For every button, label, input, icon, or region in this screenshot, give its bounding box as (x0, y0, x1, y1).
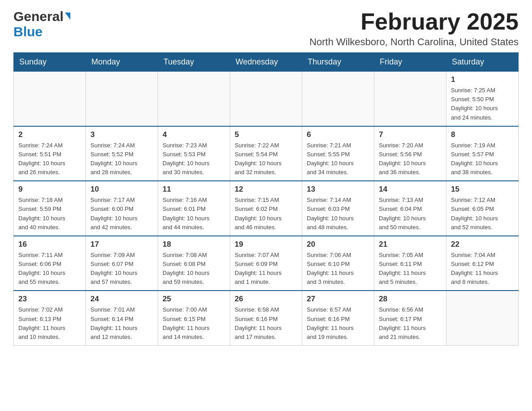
calendar-cell (86, 72, 158, 126)
calendar-week-row: 1Sunrise: 7:25 AM Sunset: 5:50 PM Daylig… (14, 72, 519, 126)
calendar-cell: 22Sunrise: 7:04 AM Sunset: 6:12 PM Dayli… (446, 236, 519, 291)
day-number: 17 (90, 240, 153, 249)
calendar-cell: 14Sunrise: 7:13 AM Sunset: 6:04 PM Dayli… (374, 181, 446, 236)
day-info: Sunrise: 7:17 AM Sunset: 6:00 PM Dayligh… (90, 196, 153, 232)
day-number: 3 (90, 130, 153, 139)
calendar-header-row: SundayMondayTuesdayWednesdayThursdayFrid… (14, 53, 519, 72)
calendar-cell: 28Sunrise: 6:56 AM Sunset: 6:17 PM Dayli… (374, 291, 446, 345)
logo-general-text: General (13, 9, 64, 24)
calendar-cell (302, 72, 374, 126)
calendar-cell: 21Sunrise: 7:05 AM Sunset: 6:11 PM Dayli… (374, 236, 446, 291)
day-info: Sunrise: 7:01 AM Sunset: 6:14 PM Dayligh… (90, 305, 153, 342)
title-section: February 2025 North Wilkesboro, North Ca… (309, 9, 519, 48)
calendar-cell (446, 291, 519, 345)
calendar-cell: 2Sunrise: 7:24 AM Sunset: 5:51 PM Daylig… (14, 126, 86, 181)
day-info: Sunrise: 6:56 AM Sunset: 6:17 PM Dayligh… (379, 305, 442, 342)
day-number: 9 (18, 185, 81, 194)
day-info: Sunrise: 7:25 AM Sunset: 5:50 PM Dayligh… (451, 86, 514, 122)
calendar-cell: 23Sunrise: 7:02 AM Sunset: 6:13 PM Dayli… (14, 291, 86, 345)
calendar-cell: 6Sunrise: 7:21 AM Sunset: 5:55 PM Daylig… (302, 126, 374, 181)
logo-triangle-icon (65, 13, 70, 20)
day-number: 5 (235, 130, 297, 139)
day-number: 11 (163, 185, 225, 194)
day-info: Sunrise: 6:57 AM Sunset: 6:16 PM Dayligh… (307, 305, 369, 342)
day-info: Sunrise: 7:20 AM Sunset: 5:56 PM Dayligh… (379, 141, 442, 177)
calendar-cell: 26Sunrise: 6:58 AM Sunset: 6:16 PM Dayli… (230, 291, 302, 345)
day-number: 13 (307, 185, 369, 194)
location-title: North Wilkesboro, North Carolina, United… (309, 36, 519, 48)
calendar-header-wednesday: Wednesday (230, 53, 302, 72)
day-number: 8 (451, 130, 514, 139)
calendar-cell: 10Sunrise: 7:17 AM Sunset: 6:00 PM Dayli… (86, 181, 158, 236)
day-info: Sunrise: 7:11 AM Sunset: 6:06 PM Dayligh… (18, 251, 81, 287)
day-info: Sunrise: 7:24 AM Sunset: 5:51 PM Dayligh… (18, 141, 81, 177)
calendar-cell: 3Sunrise: 7:24 AM Sunset: 5:52 PM Daylig… (86, 126, 158, 181)
calendar-week-row: 23Sunrise: 7:02 AM Sunset: 6:13 PM Dayli… (14, 291, 519, 345)
calendar-header-sunday: Sunday (14, 53, 86, 72)
calendar-week-row: 9Sunrise: 7:18 AM Sunset: 5:59 PM Daylig… (14, 181, 519, 236)
calendar-cell: 4Sunrise: 7:23 AM Sunset: 5:53 PM Daylig… (158, 126, 230, 181)
day-info: Sunrise: 7:16 AM Sunset: 6:01 PM Dayligh… (163, 196, 225, 232)
day-number: 19 (235, 240, 297, 249)
day-number: 21 (379, 240, 442, 249)
day-info: Sunrise: 7:23 AM Sunset: 5:53 PM Dayligh… (163, 141, 225, 177)
calendar-header-saturday: Saturday (446, 53, 519, 72)
day-number: 10 (90, 185, 153, 194)
day-info: Sunrise: 7:19 AM Sunset: 5:57 PM Dayligh… (451, 141, 514, 177)
logo-blue-text: Blue (13, 24, 43, 39)
day-info: Sunrise: 7:00 AM Sunset: 6:15 PM Dayligh… (163, 305, 225, 342)
calendar-header-tuesday: Tuesday (158, 53, 230, 72)
calendar-cell: 16Sunrise: 7:11 AM Sunset: 6:06 PM Dayli… (14, 236, 86, 291)
calendar-table: SundayMondayTuesdayWednesdayThursdayFrid… (13, 52, 519, 346)
calendar-cell: 27Sunrise: 6:57 AM Sunset: 6:16 PM Dayli… (302, 291, 374, 345)
day-info: Sunrise: 7:24 AM Sunset: 5:52 PM Dayligh… (90, 141, 153, 177)
day-number: 7 (379, 130, 442, 139)
day-number: 25 (163, 295, 225, 304)
day-number: 22 (451, 240, 514, 249)
calendar-cell: 5Sunrise: 7:22 AM Sunset: 5:54 PM Daylig… (230, 126, 302, 181)
day-info: Sunrise: 7:09 AM Sunset: 6:07 PM Dayligh… (90, 251, 153, 287)
day-number: 23 (18, 295, 81, 304)
calendar-week-row: 2Sunrise: 7:24 AM Sunset: 5:51 PM Daylig… (14, 126, 519, 181)
day-info: Sunrise: 7:14 AM Sunset: 6:03 PM Dayligh… (307, 196, 369, 232)
day-info: Sunrise: 7:06 AM Sunset: 6:10 PM Dayligh… (307, 251, 369, 287)
day-info: Sunrise: 7:22 AM Sunset: 5:54 PM Dayligh… (235, 141, 297, 177)
calendar-cell (14, 72, 86, 126)
day-number: 16 (18, 240, 81, 249)
calendar-cell: 18Sunrise: 7:08 AM Sunset: 6:08 PM Dayli… (158, 236, 230, 291)
day-number: 27 (307, 295, 369, 304)
day-number: 24 (90, 295, 153, 304)
day-info: Sunrise: 7:02 AM Sunset: 6:13 PM Dayligh… (18, 305, 81, 342)
day-number: 14 (379, 185, 442, 194)
day-info: Sunrise: 7:13 AM Sunset: 6:04 PM Dayligh… (379, 196, 442, 232)
day-number: 15 (451, 185, 514, 194)
day-info: Sunrise: 7:12 AM Sunset: 6:05 PM Dayligh… (451, 196, 514, 232)
day-number: 20 (307, 240, 369, 249)
day-info: Sunrise: 7:05 AM Sunset: 6:11 PM Dayligh… (379, 251, 442, 287)
calendar-week-row: 16Sunrise: 7:11 AM Sunset: 6:06 PM Dayli… (14, 236, 519, 291)
calendar-cell: 7Sunrise: 7:20 AM Sunset: 5:56 PM Daylig… (374, 126, 446, 181)
calendar-cell: 19Sunrise: 7:07 AM Sunset: 6:09 PM Dayli… (230, 236, 302, 291)
day-number: 1 (451, 75, 514, 84)
day-info: Sunrise: 6:58 AM Sunset: 6:16 PM Dayligh… (235, 305, 297, 342)
calendar-header-thursday: Thursday (302, 53, 374, 72)
day-info: Sunrise: 7:18 AM Sunset: 5:59 PM Dayligh… (18, 196, 81, 232)
calendar-cell: 20Sunrise: 7:06 AM Sunset: 6:10 PM Dayli… (302, 236, 374, 291)
calendar-cell (158, 72, 230, 126)
day-info: Sunrise: 7:21 AM Sunset: 5:55 PM Dayligh… (307, 141, 369, 177)
calendar-cell: 24Sunrise: 7:01 AM Sunset: 6:14 PM Dayli… (86, 291, 158, 345)
calendar-cell: 11Sunrise: 7:16 AM Sunset: 6:01 PM Dayli… (158, 181, 230, 236)
logo: General Blue (13, 9, 70, 39)
month-title: February 2025 (309, 9, 519, 34)
day-number: 6 (307, 130, 369, 139)
calendar-cell (230, 72, 302, 126)
day-info: Sunrise: 7:07 AM Sunset: 6:09 PM Dayligh… (235, 251, 297, 287)
calendar-cell: 13Sunrise: 7:14 AM Sunset: 6:03 PM Dayli… (302, 181, 374, 236)
day-number: 12 (235, 185, 297, 194)
calendar-header-monday: Monday (86, 53, 158, 72)
calendar-cell: 8Sunrise: 7:19 AM Sunset: 5:57 PM Daylig… (446, 126, 519, 181)
day-info: Sunrise: 7:04 AM Sunset: 6:12 PM Dayligh… (451, 251, 514, 287)
page-header: General Blue February 2025 North Wilkesb… (13, 9, 519, 48)
calendar-cell (374, 72, 446, 126)
day-info: Sunrise: 7:08 AM Sunset: 6:08 PM Dayligh… (163, 251, 225, 287)
